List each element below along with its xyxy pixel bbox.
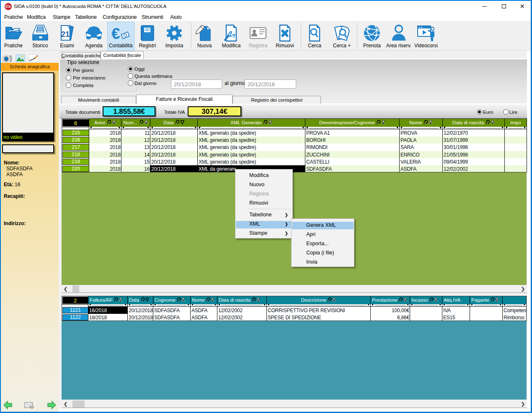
svg-text:€: € [111, 25, 120, 42]
svg-text:21: 21 [61, 30, 70, 38]
